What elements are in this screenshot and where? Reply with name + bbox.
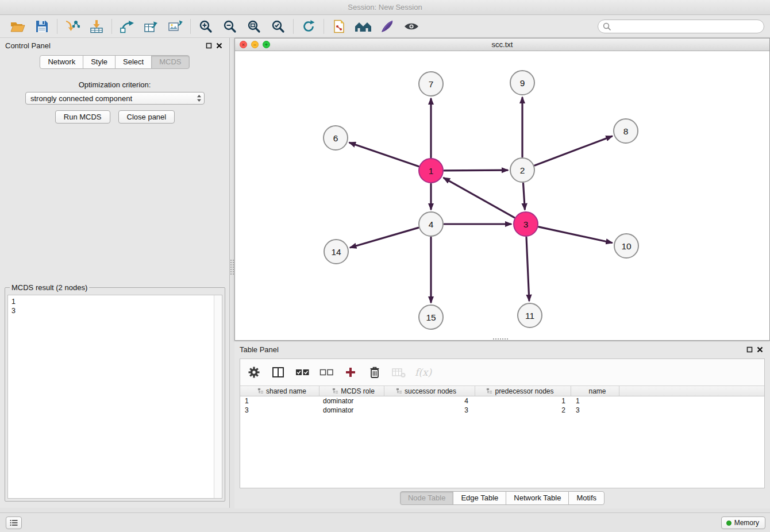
table-cell: 4 (384, 396, 475, 406)
import-network-button[interactable] (60, 17, 84, 36)
tab-motifs[interactable]: Motifs (568, 491, 605, 505)
graph-node-1[interactable]: 1 (419, 159, 443, 183)
function-builder-button[interactable]: f(x) (415, 364, 432, 380)
show-columns-button[interactable] (270, 364, 286, 380)
open-session-button[interactable] (6, 17, 30, 36)
fx-icon: f(x) (415, 367, 432, 378)
tab-style[interactable]: Style (83, 55, 116, 69)
create-column-button[interactable] (342, 364, 359, 380)
zoom-window-icon[interactable]: + (263, 41, 270, 48)
close-panel-button[interactable]: Close panel (118, 110, 175, 124)
close-window-icon[interactable]: × (240, 41, 247, 48)
graph-edge-3-11[interactable] (526, 237, 529, 300)
gear-icon (248, 366, 260, 379)
task-history-button[interactable] (6, 516, 22, 529)
tab-mcds[interactable]: MCDS (151, 55, 189, 69)
mcds-result-title: MCDS result (2 nodes) (10, 283, 89, 292)
table-row[interactable]: 3dominator323 (240, 406, 764, 415)
graph-node-9[interactable]: 9 (510, 71, 534, 95)
tab-edge-table[interactable]: Edge Table (453, 491, 506, 505)
table-cell: 3 (571, 406, 619, 415)
graph-node-15[interactable]: 15 (419, 305, 443, 329)
export-image-button[interactable] (163, 17, 187, 36)
node-label: 8 (623, 126, 629, 136)
tab-network-table[interactable]: Network Table (506, 491, 569, 505)
show-hide-panels-button[interactable] (399, 17, 424, 36)
import-table-button[interactable] (84, 17, 109, 36)
zoom-fit-button[interactable] (242, 17, 266, 36)
graph-node-10[interactable]: 10 (614, 234, 638, 258)
tab-network[interactable]: Network (40, 55, 83, 69)
apply-style-button[interactable] (375, 17, 399, 36)
tab-select[interactable]: Select (115, 55, 152, 69)
result-scrollbar[interactable] (214, 295, 222, 498)
graph-edge-1-2[interactable] (444, 170, 507, 171)
home-layout-button[interactable] (351, 17, 375, 36)
memory-button[interactable]: Memory (721, 516, 765, 529)
horizontal-splitter-handle[interactable] (493, 338, 508, 341)
vertical-splitter-handle[interactable] (230, 260, 234, 275)
memory-status-icon (726, 521, 732, 526)
node-label: 14 (331, 247, 341, 257)
graph-edge-3-1[interactable] (444, 178, 514, 218)
node-label: 10 (621, 241, 632, 251)
network-window-titlebar[interactable]: × − + scc.txt (235, 38, 769, 51)
minimize-window-icon[interactable]: − (251, 41, 259, 48)
zoom-selected-icon (271, 20, 285, 33)
network-graph[interactable]: 7968124314101511 (235, 51, 769, 340)
criterion-select[interactable]: strongly connected component (25, 92, 205, 105)
graph-node-8[interactable]: 8 (614, 119, 638, 143)
delete-column-button[interactable] (367, 364, 383, 380)
float-panel-icon[interactable] (744, 345, 754, 355)
run-mcds-button[interactable]: Run MCDS (55, 110, 110, 124)
graph-edge-2-8[interactable] (535, 136, 612, 165)
table-cell: 3 (240, 406, 319, 415)
column-header-predecessor-nodes[interactable]: predecessor nodes (475, 386, 571, 396)
save-session-button[interactable] (30, 17, 54, 36)
graph-node-7[interactable]: 7 (419, 72, 443, 96)
refresh-view-button[interactable] (297, 17, 321, 36)
column-header-mcds-role[interactable]: MCDS role (319, 386, 384, 396)
import-table-icon (90, 20, 103, 33)
close-panel-icon[interactable] (214, 41, 224, 51)
column-header-shared-name[interactable]: shared name (240, 386, 319, 396)
graph-node-6[interactable]: 6 (324, 126, 348, 150)
columns-icon (272, 366, 284, 379)
column-label: predecessor nodes (495, 387, 553, 395)
search-box[interactable] (598, 20, 764, 33)
home-home-icon (355, 20, 372, 33)
search-input[interactable] (614, 22, 759, 31)
list-icon (10, 519, 18, 526)
unselect-all-columns-button[interactable] (318, 364, 334, 380)
graph-edge-3-10[interactable] (539, 227, 612, 243)
close-panel-icon[interactable] (754, 345, 765, 355)
graph-node-3[interactable]: 3 (514, 212, 538, 236)
table-cell: dominator (319, 406, 384, 415)
export-network-button[interactable] (327, 17, 351, 36)
graph-edge-4-14[interactable] (351, 228, 418, 247)
zoom-in-button[interactable] (194, 17, 218, 36)
graph-edge-1-6[interactable] (350, 142, 419, 166)
tab-node-table[interactable]: Node Table (400, 491, 454, 505)
select-all-columns-button[interactable] (294, 364, 310, 380)
delete-table-button[interactable] (391, 364, 407, 380)
control-panel-title: Control Panel (5, 41, 51, 50)
zoom-out-button[interactable] (218, 17, 242, 36)
float-panel-icon[interactable] (203, 41, 214, 51)
new-network-icon (120, 20, 134, 33)
toolbar-separator (57, 19, 57, 34)
new-network-button[interactable] (115, 17, 139, 36)
graph-edge-2-3[interactable] (523, 183, 525, 209)
column-header-successor-nodes[interactable]: successor nodes (384, 386, 475, 396)
graph-node-11[interactable]: 11 (518, 303, 542, 327)
graph-node-14[interactable]: 14 (324, 240, 348, 264)
new-network-table-button[interactable] (139, 17, 163, 36)
network-canvas[interactable]: 7968124314101511 (235, 51, 769, 340)
control-panel-header: Control Panel (0, 38, 229, 53)
graph-node-2[interactable]: 2 (510, 158, 534, 182)
column-header-name[interactable]: name (571, 386, 619, 396)
zoom-selected-button[interactable] (266, 17, 290, 36)
table-row[interactable]: 1dominator411 (240, 396, 764, 406)
table-settings-button[interactable] (246, 364, 262, 380)
graph-node-4[interactable]: 4 (419, 212, 443, 236)
